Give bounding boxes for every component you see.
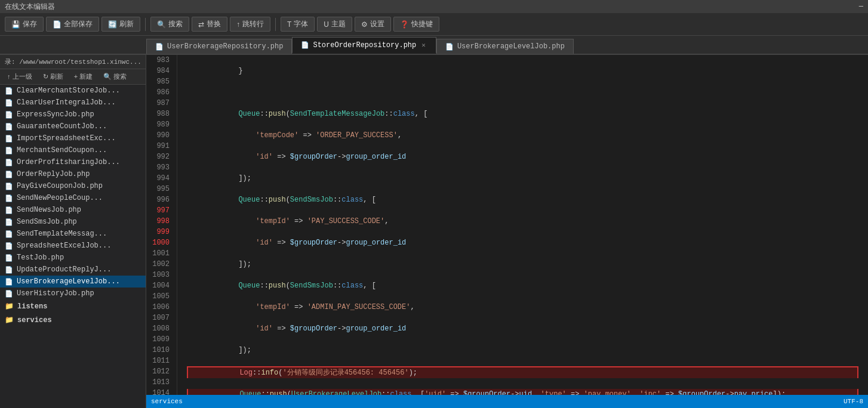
sidebar-item-label: ClearMerchantStoreJob... (17, 86, 120, 95)
folder-icon-listens: 📁 (5, 302, 14, 311)
font-button[interactable]: T 字体 (281, 17, 315, 32)
font-icon: T (287, 20, 291, 29)
sidebar-item-new-people[interactable]: 📄 SendNewPeopleCoup... (0, 192, 146, 204)
line-num: 1004 (151, 280, 170, 291)
shortcut-label: 快捷键 (411, 19, 433, 29)
file-icon: 📄 (5, 123, 13, 131)
sidebar-item-label: ImportSpreadsheetExc... (17, 134, 116, 143)
code-editor[interactable]: 983 984 985 986 987 988 989 990 991 992 … (146, 55, 868, 408)
code-line-985: Queue::push(SendTemplateMessageJob::clas… (187, 109, 858, 119)
file-icon: 📄 (5, 218, 13, 226)
file-icon: 📄 (5, 183, 13, 190)
sidebar-item-send-news[interactable]: 📄 SendNewsJob.php (0, 204, 146, 216)
sidebar-item-gauarantee[interactable]: 📄 GauaranteeCountJob... (0, 120, 146, 132)
font-label: 字体 (294, 19, 308, 29)
status-encoding: UTF-8 (844, 398, 863, 405)
line-num: 1002 (151, 259, 170, 270)
sidebar-item-update-product[interactable]: 📄 UpdateProductReplyJ... (0, 264, 146, 276)
main-layout: 录: /www/wwwroot/testshop1.xinwc... ↑ 上一级… (0, 55, 868, 408)
code-line-993: Queue::push(SendSmsJob::class, [ (187, 280, 858, 291)
file-icon: 📄 (5, 147, 13, 154)
goto-button[interactable]: ↑ 跳转行 (230, 17, 270, 32)
file-icon: 📄 (5, 171, 13, 178)
line-num: 1001 (151, 248, 170, 259)
sidebar-item-send-template[interactable]: 📄 SendTemplateMessag... (0, 228, 146, 240)
save-label: 保存 (23, 19, 37, 29)
search-icon: 🔍 (157, 20, 166, 29)
file-icon: 📄 (5, 99, 13, 107)
sidebar-item-spreadsheet[interactable]: 📄 SpreadsheetExcelJob... (0, 240, 146, 252)
code-line-989: Queue::push(SendSmsJob::class, [ (187, 194, 858, 205)
line-num: 987 (151, 98, 170, 109)
sidebar-path-text: 录: /www/wwwroot/testshop1.xinwc... (5, 57, 141, 66)
settings-label: 设置 (370, 19, 384, 29)
title-bar: 在线文本编辑器 — (0, 0, 868, 13)
tab-label-3: UserBrokerageLevelJob.php (457, 42, 565, 51)
status-text: services (151, 398, 183, 405)
sidebar-item-pay-give[interactable]: 📄 PayGiveCouponJob.php (0, 180, 146, 192)
code-content[interactable]: } Queue::push(SendTemplateMessageJob::cl… (177, 55, 868, 408)
tab-label-1: UserBrokerageRepository.php (167, 42, 283, 51)
sidebar-search-button[interactable]: 🔍 搜索 (100, 71, 130, 82)
line-num: 1003 (151, 270, 170, 280)
sidebar-item-import[interactable]: 📄 ImportSpreadsheetExc... (0, 132, 146, 144)
line-num: 994 (151, 173, 170, 184)
file-icon: 📄 (5, 159, 13, 166)
minimize-button[interactable]: — (859, 2, 863, 11)
sidebar-item-send-sms[interactable]: 📄 SendSmsJob.php (0, 216, 146, 228)
sidebar-folder-services[interactable]: 📁 services (0, 313, 146, 327)
sidebar-item-user-history[interactable]: 📄 UserHistoryJob.php (0, 288, 146, 299)
theme-icon: U (324, 20, 329, 29)
code-line-991: 'id' => $groupOrder->group_order_id (187, 237, 858, 248)
tab-store-order-repository[interactable]: 📄 StoreOrderRepository.php ✕ (292, 37, 436, 54)
sidebar-refresh-button[interactable]: ↻ 刷新 (39, 71, 67, 82)
file-icon: 📄 (5, 194, 13, 202)
sidebar-item-label: OrderReplyJob.php (17, 170, 90, 178)
tab-user-brokerage-repository[interactable]: 📄 UserBrokerageRepository.php (146, 39, 292, 54)
line-num: 1012 (151, 366, 170, 377)
sidebar-item-label: UserBrokerageLevelJob... (17, 277, 120, 286)
line-num: 1005 (151, 291, 170, 302)
sidebar-file-list: 📄 ClearMerchantStoreJob... 📄 ClearUserIn… (0, 85, 146, 408)
sidebar-item-express-sync[interactable]: 📄 ExpressSyncJob.php (0, 109, 146, 120)
save-all-button[interactable]: 📄 全部保存 (46, 17, 99, 32)
line-num: 1007 (151, 313, 170, 323)
theme-button[interactable]: U 主题 (317, 17, 352, 32)
tab-close-2[interactable]: ✕ (420, 41, 427, 50)
code-line-987: 'id' => $groupOrder->group_order_id (187, 152, 858, 162)
save-button[interactable]: 💾 保存 (5, 17, 44, 32)
sidebar-item-label: PayGiveCouponJob.php (17, 182, 103, 190)
line-num: 993 (151, 162, 170, 173)
sidebar-item-label: MerchantSendCoupon... (17, 146, 107, 154)
search-button[interactable]: 🔍 搜索 (150, 17, 189, 32)
code-line-984 (187, 87, 858, 98)
sidebar-item-test[interactable]: 📄 TestJob.php (0, 252, 146, 264)
search-label: 搜索 (168, 19, 183, 29)
sidebar-folder-listens[interactable]: 📁 listens (0, 299, 146, 313)
sidebar-item-merchant-coupon[interactable]: 📄 MerchantSendCoupon... (0, 144, 146, 156)
tab-user-brokerage-level-job[interactable]: 📄 UserBrokerageLevelJob.php (436, 39, 574, 54)
sidebar-item-clear-merchant[interactable]: 📄 ClearMerchantStoreJob... (0, 85, 146, 97)
tab-label-2: StoreOrderRepository.php (313, 41, 416, 50)
replace-button[interactable]: ⇄ 替换 (192, 17, 227, 32)
save-icon: 💾 (11, 20, 20, 29)
line-num: 999 (151, 227, 170, 237)
line-num: 992 (151, 152, 170, 162)
line-num: 1013 (151, 377, 170, 388)
sidebar-item-order-profit[interactable]: 📄 OrderProfitsharingJob... (0, 156, 146, 168)
sidebar-item-label: ExpressSyncJob.php (17, 110, 94, 119)
sidebar-up-button[interactable]: ↑ 上一级 (4, 71, 36, 82)
sidebar-item-clear-user[interactable]: 📄 ClearUserIntegralJob... (0, 97, 146, 109)
line-num: 983 (151, 55, 170, 66)
sidebar-item-label: OrderProfitsharingJob... (17, 158, 120, 166)
sidebar-item-user-brokerage-level[interactable]: 📄 UserBrokerageLevelJob... (0, 276, 146, 288)
toolbar: 💾 保存 📄 全部保存 🔄 刷新 🔍 搜索 ⇄ 替换 ↑ 跳转行 T 字体 U … (0, 13, 868, 36)
sidebar-item-label: TestJob.php (17, 254, 64, 262)
refresh-button[interactable]: 🔄 刷新 (101, 17, 140, 32)
line-num: 984 (151, 66, 170, 76)
sidebar-new-button[interactable]: + 新建 (70, 71, 96, 82)
sidebar-item-label: UserHistoryJob.php (17, 289, 94, 298)
settings-button[interactable]: ⚙ 设置 (355, 17, 391, 32)
shortcut-button[interactable]: ❓ 快捷键 (393, 17, 439, 32)
sidebar-item-order-reply[interactable]: 📄 OrderReplyJob.php (0, 168, 146, 180)
